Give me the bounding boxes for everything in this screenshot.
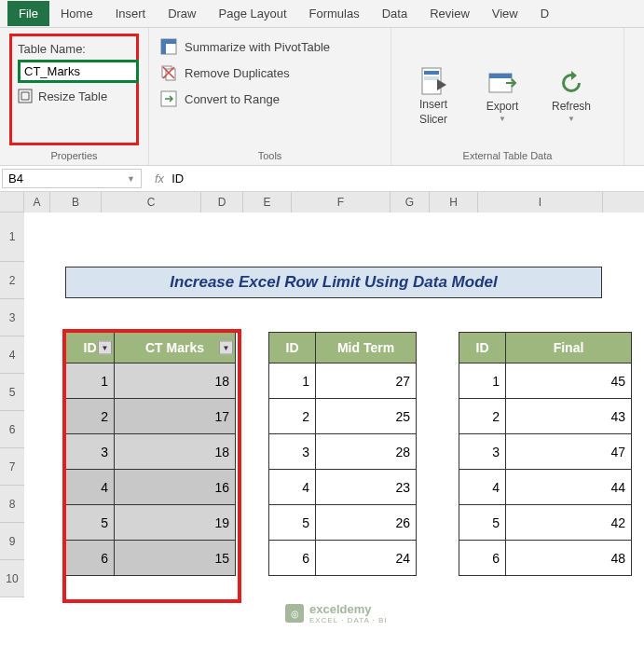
table-row[interactable]: 519 bbox=[66, 505, 236, 541]
row-header-5[interactable]: 5 bbox=[0, 374, 24, 411]
cell[interactable]: 28 bbox=[316, 434, 417, 470]
col-header-D[interactable]: D bbox=[201, 192, 243, 213]
table-row[interactable]: 127 bbox=[269, 363, 417, 399]
export-button[interactable]: Export ▼ bbox=[470, 41, 535, 150]
cell[interactable]: 18 bbox=[115, 434, 236, 470]
insert-slicer-button[interactable]: Insert Slicer bbox=[401, 41, 466, 150]
cell[interactable]: 26 bbox=[316, 505, 417, 541]
cell[interactable]: 23 bbox=[316, 470, 417, 505]
cell[interactable]: 1 bbox=[66, 363, 115, 399]
chevron-down-icon[interactable]: ▼ bbox=[127, 174, 135, 184]
cell[interactable]: 25 bbox=[316, 399, 417, 434]
table-ct-marks[interactable]: ID▼ CT Marks▼ 118217318416519615 bbox=[65, 332, 236, 576]
filter-icon[interactable]: ▼ bbox=[98, 341, 112, 355]
row-header-8[interactable]: 8 bbox=[0, 486, 24, 523]
row-header-10[interactable]: 10 bbox=[0, 560, 24, 597]
table-row[interactable]: 347 bbox=[459, 434, 632, 470]
convert-range-button[interactable]: Convert to Range bbox=[158, 86, 381, 112]
col-header-H[interactable]: H bbox=[430, 192, 478, 213]
name-box[interactable]: B4 ▼ bbox=[2, 169, 142, 188]
cell[interactable]: 4 bbox=[459, 470, 506, 505]
table-row[interactable]: 542 bbox=[459, 505, 632, 541]
cell[interactable]: 2 bbox=[66, 399, 115, 434]
cell[interactable]: 1 bbox=[459, 363, 506, 399]
table-row[interactable]: 243 bbox=[459, 399, 632, 434]
row-header-1[interactable]: 1 bbox=[0, 213, 24, 262]
table-row[interactable]: 416 bbox=[66, 470, 236, 505]
resize-table-button[interactable]: Resize Table bbox=[18, 89, 130, 103]
col-header-A[interactable]: A bbox=[24, 192, 50, 213]
tab-cut[interactable]: D bbox=[529, 1, 560, 26]
table-row[interactable]: 318 bbox=[66, 434, 236, 470]
table-row[interactable]: 624 bbox=[269, 541, 417, 576]
col-header-G[interactable]: G bbox=[391, 192, 430, 213]
table-row[interactable]: 615 bbox=[66, 541, 236, 576]
cell[interactable]: 15 bbox=[115, 541, 236, 576]
table-row[interactable]: 648 bbox=[459, 541, 632, 576]
cell[interactable]: 16 bbox=[115, 470, 236, 505]
table-row[interactable]: 423 bbox=[269, 470, 417, 505]
col-header-C[interactable]: C bbox=[102, 192, 201, 213]
cell[interactable]: 27 bbox=[316, 363, 417, 399]
fx-icon[interactable]: fx bbox=[155, 171, 164, 185]
table-row[interactable]: 145 bbox=[459, 363, 632, 399]
cell[interactable]: 44 bbox=[506, 470, 632, 505]
select-all-corner[interactable] bbox=[0, 192, 24, 213]
cell[interactable]: 24 bbox=[316, 541, 417, 576]
row-header-7[interactable]: 7 bbox=[0, 448, 24, 486]
cell[interactable]: 17 bbox=[115, 399, 236, 434]
cell[interactable]: 45 bbox=[506, 363, 632, 399]
tab-draw[interactable]: Draw bbox=[157, 1, 207, 26]
refresh-button[interactable]: Refresh ▼ bbox=[539, 41, 604, 150]
table-row[interactable]: 217 bbox=[66, 399, 236, 434]
cell[interactable]: 5 bbox=[459, 505, 506, 541]
cell[interactable]: 5 bbox=[269, 505, 316, 541]
table-row[interactable]: 526 bbox=[269, 505, 417, 541]
cell[interactable]: 2 bbox=[269, 399, 316, 434]
cell[interactable]: 3 bbox=[459, 434, 506, 470]
formula-value[interactable]: ID bbox=[171, 171, 184, 185]
cell[interactable]: 2 bbox=[459, 399, 506, 434]
row-header-9[interactable]: 9 bbox=[0, 523, 24, 560]
cell[interactable]: 3 bbox=[269, 434, 316, 470]
remove-duplicates-button[interactable]: Remove Duplicates bbox=[158, 60, 381, 86]
row-header-6[interactable]: 6 bbox=[0, 411, 24, 448]
cell[interactable]: 3 bbox=[66, 434, 115, 470]
table-row[interactable]: 328 bbox=[269, 434, 417, 470]
filter-icon[interactable]: ▼ bbox=[219, 341, 233, 355]
cell[interactable]: 6 bbox=[269, 541, 316, 576]
cells-area[interactable]: Increase Excel Row Limit Using Data Mode… bbox=[24, 213, 644, 597]
table-final[interactable]: ID Final 145243347444542648 bbox=[459, 332, 632, 576]
cell[interactable]: 18 bbox=[115, 363, 236, 399]
cell[interactable]: 43 bbox=[506, 399, 632, 434]
cell[interactable]: 4 bbox=[66, 470, 115, 505]
tab-home[interactable]: Home bbox=[49, 1, 104, 26]
tab-insert[interactable]: Insert bbox=[104, 1, 158, 26]
cell[interactable]: 6 bbox=[66, 541, 115, 576]
tab-review[interactable]: Review bbox=[418, 1, 481, 26]
cell[interactable]: 5 bbox=[66, 505, 115, 541]
tab-file[interactable]: File bbox=[7, 1, 49, 26]
table-row[interactable]: 225 bbox=[269, 399, 417, 434]
tab-data[interactable]: Data bbox=[371, 1, 418, 26]
col-header-F[interactable]: F bbox=[292, 192, 391, 213]
row-header-2[interactable]: 2 bbox=[0, 262, 24, 299]
cell[interactable]: 1 bbox=[269, 363, 316, 399]
tab-page-layout[interactable]: Page Layout bbox=[208, 1, 298, 26]
table-name-input[interactable] bbox=[18, 60, 139, 83]
tab-formulas[interactable]: Formulas bbox=[298, 1, 371, 26]
tab-view[interactable]: View bbox=[481, 1, 529, 26]
cell[interactable]: 19 bbox=[115, 505, 236, 541]
cell[interactable]: 47 bbox=[506, 434, 632, 470]
table-row[interactable]: 118 bbox=[66, 363, 236, 399]
summarize-pivot-button[interactable]: Summarize with PivotTable bbox=[158, 34, 381, 60]
col-header-B[interactable]: B bbox=[50, 192, 102, 213]
col-header-E[interactable]: E bbox=[243, 192, 292, 213]
cell[interactable]: 4 bbox=[269, 470, 316, 505]
cell[interactable]: 42 bbox=[506, 505, 632, 541]
row-header-3[interactable]: 3 bbox=[0, 299, 24, 336]
table-mid-term[interactable]: ID Mid Term 127225328423526624 bbox=[268, 332, 417, 576]
table-row[interactable]: 444 bbox=[459, 470, 632, 505]
cell[interactable]: 48 bbox=[506, 541, 632, 576]
col-header-I[interactable]: I bbox=[478, 192, 603, 213]
